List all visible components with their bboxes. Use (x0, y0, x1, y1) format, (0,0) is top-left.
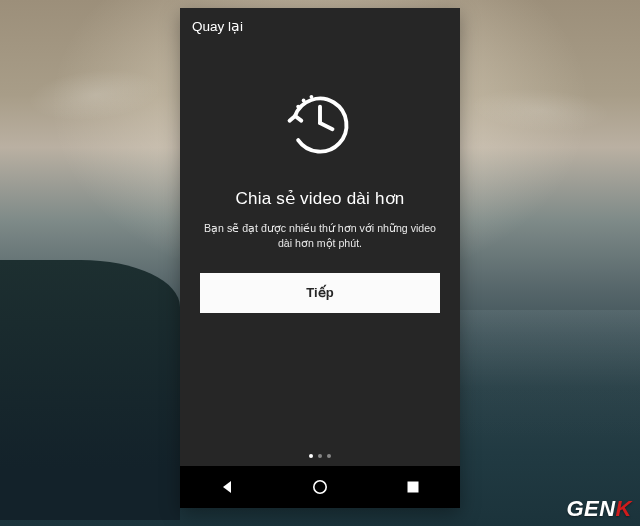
svg-line-4 (320, 123, 332, 129)
svg-point-2 (310, 95, 314, 99)
svg-rect-6 (408, 482, 419, 493)
watermark-genk: GENK (556, 493, 640, 526)
nav-home-button[interactable] (294, 466, 346, 508)
nav-back-button[interactable] (201, 466, 253, 508)
cloud-haze (438, 73, 640, 147)
mountain-silhouette (0, 260, 180, 520)
svg-point-1 (302, 99, 306, 103)
pager-dot (318, 454, 322, 458)
page-subtitle: Bạn sẽ đạt được nhiều thứ hơn với những … (200, 221, 440, 251)
watermark-text: GEN (566, 496, 615, 521)
watermark-text-accent: K (616, 496, 632, 521)
back-link[interactable]: Quay lại (192, 19, 243, 34)
android-navbar (180, 466, 460, 508)
cloud-haze (0, 50, 193, 139)
page-indicator (180, 454, 460, 458)
pager-dot (309, 454, 313, 458)
clock-history-icon (281, 84, 359, 166)
nav-recent-button[interactable] (387, 466, 439, 508)
pager-dot (327, 454, 331, 458)
next-button[interactable]: Tiếp (200, 273, 440, 313)
svg-point-5 (314, 481, 326, 493)
page-title: Chia sẻ video dài hơn (236, 188, 405, 209)
onboarding-content: Chia sẻ video dài hơn Bạn sẽ đạt được nh… (180, 44, 460, 466)
svg-point-0 (296, 105, 300, 109)
phone-frame: Quay lại Chia sẻ video dài hơn Bạn sẽ đạ… (180, 8, 460, 508)
